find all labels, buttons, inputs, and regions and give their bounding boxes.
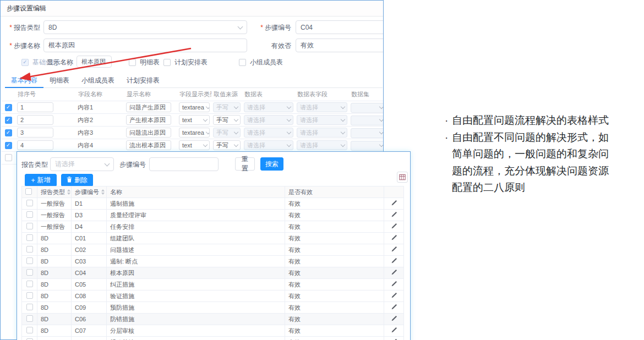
- row-checkbox[interactable]: [5, 154, 12, 161]
- plan-table-checkbox[interactable]: [163, 59, 171, 66]
- edit-pencil-icon[interactable]: [391, 269, 397, 276]
- value-source-select[interactable]: 手写: [213, 115, 241, 125]
- edit-cell[interactable]: [384, 244, 404, 256]
- row-checkbox[interactable]: [26, 281, 33, 287]
- display-name-cell-input[interactable]: 产生根本原因: [126, 115, 171, 125]
- display-name-input[interactable]: [77, 56, 112, 68]
- report-type-cell: 一般报告: [37, 198, 72, 210]
- base-info-checkbox[interactable]: ✓: [21, 59, 29, 66]
- detail-table-checkbox[interactable]: [129, 59, 136, 66]
- edit-pencil-icon[interactable]: [391, 315, 397, 322]
- edit-pencil-icon[interactable]: [391, 211, 397, 218]
- add-button[interactable]: +新增: [25, 174, 57, 187]
- data-field-select[interactable]: 请选择: [297, 128, 347, 138]
- edit-cell[interactable]: [384, 256, 404, 267]
- display-name-cell-input[interactable]: 问题流出原因: [126, 128, 171, 138]
- row-checkbox[interactable]: [26, 246, 33, 253]
- row-checkbox[interactable]: ✓: [5, 129, 12, 136]
- member-table-checkbox-group[interactable]: 小组成员表: [239, 58, 283, 67]
- edit-cell[interactable]: [384, 325, 404, 337]
- table-row: 8DC06防错措施有效: [22, 314, 404, 325]
- row-checkbox[interactable]: [26, 211, 33, 218]
- step-name-input[interactable]: [43, 39, 247, 52]
- row-checkbox[interactable]: [26, 292, 33, 299]
- detail-table-checkbox-group[interactable]: 明细表: [129, 58, 160, 67]
- edit-cell[interactable]: [384, 210, 404, 221]
- row-checkbox[interactable]: [26, 223, 33, 229]
- display-name-cell-input[interactable]: 流出根本原因: [126, 140, 171, 150]
- reset-button[interactable]: 重置: [235, 157, 255, 171]
- data-table-select[interactable]: 请选择: [244, 128, 293, 138]
- sort-icon[interactable]: [67, 189, 70, 195]
- edit-pencil-icon[interactable]: [391, 200, 397, 206]
- order-input[interactable]: 1: [17, 102, 53, 112]
- edit-cell[interactable]: [384, 279, 404, 290]
- dataset-select[interactable]: [351, 116, 383, 125]
- value-source-select[interactable]: 手写: [213, 128, 241, 138]
- column-settings-button[interactable]: [397, 172, 408, 183]
- row-checkbox[interactable]: ✓: [5, 117, 12, 124]
- edit-pencil-icon[interactable]: [391, 304, 397, 310]
- order-input[interactable]: 2: [17, 115, 53, 125]
- data-table-select[interactable]: 请选择: [244, 140, 293, 150]
- row-checkbox[interactable]: [26, 315, 33, 322]
- member-table-checkbox[interactable]: [239, 59, 246, 66]
- order-input[interactable]: 4: [17, 140, 53, 150]
- data-table-select[interactable]: 请选择: [244, 102, 293, 112]
- tab-0[interactable]: 基本内容: [5, 73, 43, 88]
- search-report-type-select[interactable]: 请选择: [50, 157, 114, 171]
- row-checkbox[interactable]: [26, 269, 33, 276]
- row-checkbox[interactable]: [26, 327, 33, 333]
- field-type-select[interactable]: text: [179, 140, 210, 150]
- search-report-type-label: 报告类型: [20, 157, 48, 172]
- order-input[interactable]: 3: [17, 128, 53, 138]
- field-type-select[interactable]: text: [179, 115, 210, 125]
- row-checkbox[interactable]: ✓: [5, 142, 12, 149]
- edit-cell[interactable]: [384, 314, 404, 325]
- display-name-cell-input[interactable]: 问题产生原因: [126, 102, 171, 112]
- data-table-select[interactable]: 请选择: [244, 115, 293, 125]
- row-checkbox[interactable]: [26, 304, 33, 310]
- data-field-select[interactable]: 请选择: [297, 102, 347, 112]
- dataset-select[interactable]: [351, 103, 383, 113]
- edit-cell[interactable]: [384, 233, 404, 244]
- report-type-select[interactable]: 8D: [43, 20, 247, 34]
- edit-cell[interactable]: [384, 267, 404, 279]
- edit-pencil-icon[interactable]: [391, 281, 397, 287]
- sort-icon[interactable]: [101, 189, 105, 195]
- data-field-select[interactable]: 请选择: [297, 140, 347, 150]
- select-all-checkbox[interactable]: [25, 188, 32, 195]
- edit-cell[interactable]: [384, 198, 404, 210]
- field-type-select[interactable]: textarea: [179, 128, 210, 138]
- row-checkbox[interactable]: [26, 257, 33, 264]
- edit-pencil-icon[interactable]: [391, 246, 397, 253]
- step-no-input[interactable]: [296, 20, 384, 34]
- edit-pencil-icon[interactable]: [391, 223, 397, 229]
- edit-cell[interactable]: [384, 302, 404, 314]
- tab-2[interactable]: 小组成员表: [75, 73, 121, 87]
- field-type-select[interactable]: textarea: [179, 102, 210, 112]
- edit-cell[interactable]: [384, 337, 404, 340]
- valid-input[interactable]: [296, 39, 384, 52]
- edit-pencil-icon[interactable]: [391, 234, 397, 241]
- row-checkbox[interactable]: [26, 234, 33, 241]
- chevron-down-icon: [234, 129, 238, 134]
- tab-1[interactable]: 明细表: [43, 73, 75, 87]
- value-source-select[interactable]: 手写: [213, 140, 241, 150]
- row-checkbox[interactable]: [26, 200, 33, 206]
- data-field-select[interactable]: 请选择: [297, 115, 347, 125]
- dataset-select[interactable]: [351, 128, 383, 138]
- delete-button[interactable]: 删除: [61, 174, 93, 187]
- edit-pencil-icon[interactable]: [391, 327, 397, 333]
- row-checkbox[interactable]: ✓: [5, 104, 12, 111]
- search-step-no-input[interactable]: [149, 157, 219, 171]
- search-button[interactable]: 搜索: [260, 157, 283, 171]
- dataset-select[interactable]: [351, 141, 383, 151]
- edit-pencil-icon[interactable]: [391, 257, 397, 264]
- edit-cell[interactable]: [384, 221, 404, 233]
- value-source-select[interactable]: 手写: [213, 102, 241, 112]
- tab-3[interactable]: 计划安排表: [121, 73, 166, 87]
- edit-cell[interactable]: [384, 290, 404, 302]
- plan-table-checkbox-group[interactable]: 计划安排表: [163, 58, 208, 67]
- edit-pencil-icon[interactable]: [391, 292, 397, 299]
